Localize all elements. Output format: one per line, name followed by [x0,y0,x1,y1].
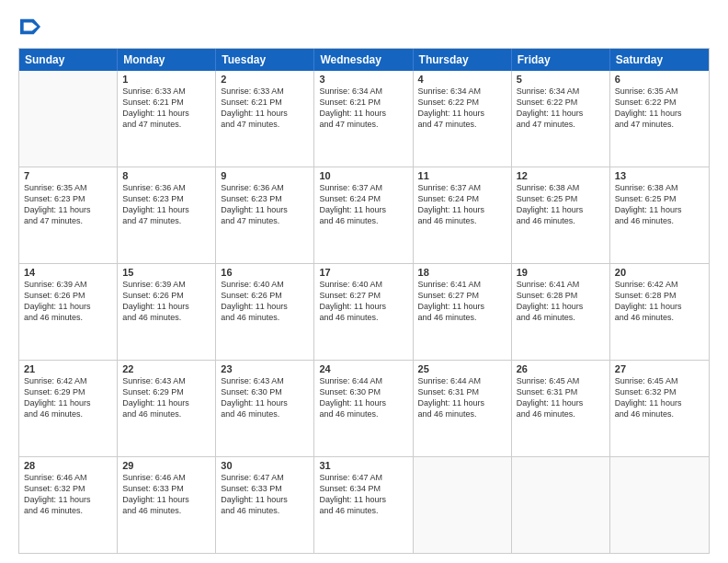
table-row: 15Sunrise: 6:39 AM Sunset: 6:26 PM Dayli… [118,264,216,360]
table-row: 14Sunrise: 6:39 AM Sunset: 6:26 PM Dayli… [19,264,118,360]
day-info: Sunrise: 6:45 AM Sunset: 6:31 PM Dayligh… [517,375,605,420]
day-number: 9 [221,170,309,181]
day-info: Sunrise: 6:42 AM Sunset: 6:28 PM Dayligh… [615,279,704,324]
week-row-3: 14Sunrise: 6:39 AM Sunset: 6:26 PM Dayli… [19,264,709,361]
day-header-tuesday: Tuesday [216,49,314,71]
day-info: Sunrise: 6:44 AM Sunset: 6:31 PM Dayligh… [418,375,506,420]
day-number: 24 [319,363,407,374]
day-number: 4 [418,74,506,85]
day-number: 3 [319,74,407,85]
table-row: 24Sunrise: 6:44 AM Sunset: 6:30 PM Dayli… [314,361,413,456]
day-number: 18 [418,267,506,278]
day-info: Sunrise: 6:38 AM Sunset: 6:25 PM Dayligh… [615,182,704,227]
table-row: 8Sunrise: 6:36 AM Sunset: 6:23 PM Daylig… [118,167,216,263]
day-info: Sunrise: 6:36 AM Sunset: 6:23 PM Dayligh… [221,182,309,227]
day-header-saturday: Saturday [610,49,709,71]
day-number: 22 [122,363,210,374]
calendar: SundayMondayTuesdayWednesdayThursdayFrid… [18,48,710,554]
day-info: Sunrise: 6:45 AM Sunset: 6:32 PM Dayligh… [615,375,704,420]
day-info: Sunrise: 6:40 AM Sunset: 6:27 PM Dayligh… [319,279,407,324]
table-row: 4Sunrise: 6:34 AM Sunset: 6:22 PM Daylig… [414,71,512,167]
day-number: 7 [24,170,112,181]
table-row: 19Sunrise: 6:41 AM Sunset: 6:28 PM Dayli… [512,264,610,360]
table-row: 12Sunrise: 6:38 AM Sunset: 6:25 PM Dayli… [512,167,610,263]
day-number: 17 [319,267,407,278]
day-header-monday: Monday [118,49,216,71]
table-row: 2Sunrise: 6:33 AM Sunset: 6:21 PM Daylig… [216,71,314,167]
day-number: 31 [319,460,407,471]
day-info: Sunrise: 6:34 AM Sunset: 6:21 PM Dayligh… [319,86,407,131]
day-number: 25 [418,363,506,374]
day-number: 6 [615,74,704,85]
week-row-4: 21Sunrise: 6:42 AM Sunset: 6:29 PM Dayli… [19,361,709,457]
calendar-body: 1Sunrise: 6:33 AM Sunset: 6:21 PM Daylig… [19,71,709,553]
table-row: 30Sunrise: 6:47 AM Sunset: 6:33 PM Dayli… [216,457,314,553]
day-info: Sunrise: 6:33 AM Sunset: 6:21 PM Dayligh… [122,86,210,131]
table-row: 31Sunrise: 6:47 AM Sunset: 6:34 PM Dayli… [314,457,413,553]
day-info: Sunrise: 6:43 AM Sunset: 6:30 PM Dayligh… [221,375,309,420]
day-info: Sunrise: 6:34 AM Sunset: 6:22 PM Dayligh… [517,86,605,131]
day-number: 16 [221,267,309,278]
table-row [414,457,512,553]
table-row [610,457,709,553]
table-row: 9Sunrise: 6:36 AM Sunset: 6:23 PM Daylig… [216,167,314,263]
day-info: Sunrise: 6:35 AM Sunset: 6:23 PM Dayligh… [24,182,112,227]
day-number: 12 [517,170,605,181]
day-info: Sunrise: 6:47 AM Sunset: 6:33 PM Dayligh… [221,472,309,517]
day-number: 10 [319,170,407,181]
day-info: Sunrise: 6:39 AM Sunset: 6:26 PM Dayligh… [24,279,112,324]
table-row: 18Sunrise: 6:41 AM Sunset: 6:27 PM Dayli… [414,264,512,360]
day-number: 28 [24,460,112,471]
day-info: Sunrise: 6:46 AM Sunset: 6:32 PM Dayligh… [24,472,112,517]
table-row: 21Sunrise: 6:42 AM Sunset: 6:29 PM Dayli… [19,361,118,456]
table-row [512,457,610,553]
table-row: 26Sunrise: 6:45 AM Sunset: 6:31 PM Dayli… [512,361,610,456]
day-number: 2 [221,74,309,85]
table-row: 28Sunrise: 6:46 AM Sunset: 6:32 PM Dayli… [19,457,118,553]
day-info: Sunrise: 6:39 AM Sunset: 6:26 PM Dayligh… [122,279,210,324]
table-row: 6Sunrise: 6:35 AM Sunset: 6:22 PM Daylig… [610,71,709,167]
day-info: Sunrise: 6:46 AM Sunset: 6:33 PM Dayligh… [122,472,210,517]
day-info: Sunrise: 6:36 AM Sunset: 6:23 PM Dayligh… [122,182,210,227]
table-row: 13Sunrise: 6:38 AM Sunset: 6:25 PM Dayli… [610,167,709,263]
day-info: Sunrise: 6:40 AM Sunset: 6:26 PM Dayligh… [221,279,309,324]
day-info: Sunrise: 6:37 AM Sunset: 6:24 PM Dayligh… [418,182,506,227]
day-number: 20 [615,267,704,278]
logo-icon [20,17,40,37]
day-number: 19 [517,267,605,278]
day-info: Sunrise: 6:43 AM Sunset: 6:29 PM Dayligh… [122,375,210,420]
table-row: 1Sunrise: 6:33 AM Sunset: 6:21 PM Daylig… [118,71,216,167]
day-number: 13 [615,170,704,181]
table-row: 27Sunrise: 6:45 AM Sunset: 6:32 PM Dayli… [610,361,709,456]
table-row: 23Sunrise: 6:43 AM Sunset: 6:30 PM Dayli… [216,361,314,456]
logo [18,17,40,40]
calendar-header: SundayMondayTuesdayWednesdayThursdayFrid… [19,49,709,71]
day-number: 29 [122,460,210,471]
day-number: 26 [517,363,605,374]
day-number: 21 [24,363,112,374]
table-row: 22Sunrise: 6:43 AM Sunset: 6:29 PM Dayli… [118,361,216,456]
header [18,17,710,40]
table-row: 17Sunrise: 6:40 AM Sunset: 6:27 PM Dayli… [314,264,413,360]
table-row: 11Sunrise: 6:37 AM Sunset: 6:24 PM Dayli… [414,167,512,263]
day-number: 30 [221,460,309,471]
table-row: 29Sunrise: 6:46 AM Sunset: 6:33 PM Dayli… [118,457,216,553]
week-row-5: 28Sunrise: 6:46 AM Sunset: 6:32 PM Dayli… [19,457,709,553]
day-number: 23 [221,363,309,374]
table-row: 7Sunrise: 6:35 AM Sunset: 6:23 PM Daylig… [19,167,118,263]
day-info: Sunrise: 6:44 AM Sunset: 6:30 PM Dayligh… [319,375,407,420]
day-header-sunday: Sunday [19,49,118,71]
table-row: 20Sunrise: 6:42 AM Sunset: 6:28 PM Dayli… [610,264,709,360]
table-row: 3Sunrise: 6:34 AM Sunset: 6:21 PM Daylig… [314,71,413,167]
table-row: 10Sunrise: 6:37 AM Sunset: 6:24 PM Dayli… [314,167,413,263]
day-number: 8 [122,170,210,181]
day-info: Sunrise: 6:42 AM Sunset: 6:29 PM Dayligh… [24,375,112,420]
week-row-1: 1Sunrise: 6:33 AM Sunset: 6:21 PM Daylig… [19,71,709,167]
day-info: Sunrise: 6:33 AM Sunset: 6:21 PM Dayligh… [221,86,309,131]
day-info: Sunrise: 6:34 AM Sunset: 6:22 PM Dayligh… [418,86,506,131]
day-number: 14 [24,267,112,278]
day-header-thursday: Thursday [414,49,512,71]
table-row: 25Sunrise: 6:44 AM Sunset: 6:31 PM Dayli… [414,361,512,456]
day-info: Sunrise: 6:35 AM Sunset: 6:22 PM Dayligh… [615,86,704,131]
day-number: 5 [517,74,605,85]
